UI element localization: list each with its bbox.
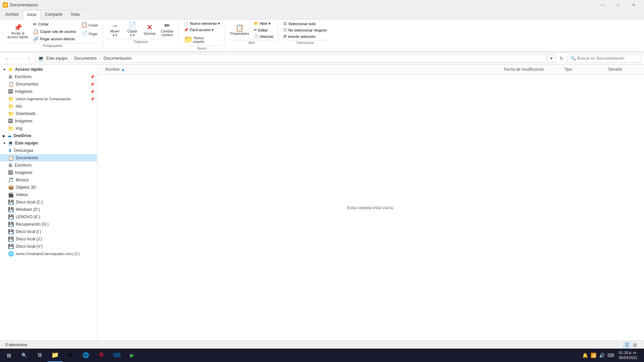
folder-icon: 📁 [8,111,14,116]
onedrive-label: OneDrive [13,133,31,138]
invert-selection-button[interactable]: ⇄ Invertir selección [281,34,329,39]
refresh-button[interactable]: ↻ [557,54,566,63]
taskbar-search-button[interactable]: 🔍 [17,349,32,362]
pin-quick-access-button[interactable]: 📌 Anclar alacceso rápido [5,21,30,42]
col-header-tamano[interactable]: Tamaño [605,66,639,73]
sidebar-item-disco-v[interactable]: 💾 Disco local (V:) [0,243,97,250]
sidebar-item-descargas[interactable]: ⬇ Descargas [0,147,97,154]
copy-path-button[interactable]: 📋 Copiar ruta de acceso [31,28,78,35]
col-header-nombre[interactable]: Nombre ▲ [103,66,501,73]
path-segment-equipo[interactable]: Este equipo [45,55,69,61]
store-taskbar-button[interactable]: 🛍 [63,349,78,362]
delete-button[interactable]: ✕ Eliminar [141,21,158,38]
sidebar-item-windows-d[interactable]: 💾 Windows (D:) [0,206,97,213]
sidebar-item-libros[interactable]: 📁 Libros Ingenieria en Computacion 📌 [0,95,97,103]
search-input[interactable] [577,56,638,61]
tab-compartir[interactable]: Compartir [41,10,67,19]
sidebar-item-imagenes-pinned[interactable]: 🖼 Imágenes 📌 [0,88,97,95]
tray-icon-1[interactable]: 🔔 [582,352,589,359]
forward-button[interactable]: → [13,54,23,63]
start-button[interactable]: ⊞ [1,349,16,362]
tray-icon-2[interactable]: 📶 [590,352,597,359]
move-button[interactable]: → Movera ▾ [106,21,123,38]
edit-button[interactable]: ✏ Editar [252,27,275,33]
address-bar: ← → ↑ 💻 Este equipo › Documentos › Docum… [0,52,644,64]
col-header-fecha[interactable]: Fecha de modificación [501,66,561,73]
new-element-button[interactable]: 📄 Nuevo elemento ▾ [182,21,222,26]
rename-button[interactable]: ✏ Cambiarnombre [159,21,175,38]
sidebar-item-imagenes-eq[interactable]: 🖼 Imágenes [0,169,97,176]
sidebar-item-home-z[interactable]: 🌐 home (\\vsleaks3.servequake.com) (Z:) [0,250,97,257]
ribbon-content: 📌 Anclar alacceso rápido ✂ Cortar 📋 Copi… [0,19,644,52]
address-path[interactable]: 💻 Este equipo › Documentos › Documentaci… [35,54,546,63]
sidebar-item-disco-i[interactable]: 💾 Disco local (I:) [0,228,97,235]
opera-taskbar-button[interactable]: O [94,349,109,362]
sidebar-item-escritorio-pinned[interactable]: 🖥 Escritorio 📌 [0,73,97,80]
search-box[interactable]: 🔍 [568,54,641,63]
path-segment-documentacion[interactable]: Documentacion [102,55,133,61]
up-button[interactable]: ↑ [24,54,34,63]
select-all-button[interactable]: ☑ Seleccionar todo [281,21,329,26]
ribbon-group-abrir: 📋 Propiedades 📂 Abrir ▾ ✏ Editar 🕐 Histo… [226,21,278,45]
sidebar-item-musica[interactable]: 🎵 Música [0,176,97,184]
sort-indicator: ▲ [121,67,125,72]
tab-archivo[interactable]: Archivo [1,10,23,19]
copy-to-button[interactable]: 📄 Copiara ▾ [124,21,141,38]
address-dropdown-button[interactable]: ▼ [547,54,555,63]
sidebar-section-onedrive[interactable]: ▶ ☁ OneDrive [0,132,97,139]
open-button[interactable]: 📂 Abrir ▾ [252,21,275,26]
properties-button[interactable]: 📋 Propiedades [228,21,251,39]
paste-button[interactable]: 📄 Pegar [79,29,100,38]
sidebar-item-img[interactable]: 📁 img [0,125,97,132]
sidebar-item-documentos-eq[interactable]: 📋 Documentos [0,154,97,162]
sidebar-item-lenovo-e[interactable]: 💾 LENOVO (E:) [0,213,97,221]
documentos-eq-icon: 📋 [8,155,14,161]
ribbon-group-portapapeles: 📌 Anclar alacceso rápido ✂ Cortar 📋 Copi… [3,21,103,48]
edge-taskbar-button[interactable]: 🌐 [78,349,93,362]
sidebar-item-documentos-pinned[interactable]: 📋 Documentos 📌 [0,80,97,88]
file-explorer-taskbar-button[interactable]: 📁 [48,349,62,362]
sidebar-item-recuperacion-g[interactable]: 💾 Recuperación (G:) [0,221,97,228]
sidebar-item-videos[interactable]: 🎬 Videos [0,191,97,198]
videos-icon: 🎬 [8,192,14,197]
chevron-right-icon: ▶ [3,134,5,138]
cut-button[interactable]: ✂ Cortar [31,21,78,27]
onedrive-icon: ☁ [7,133,11,138]
vscode-taskbar-button[interactable]: ⌨ [109,349,124,362]
tab-inicio[interactable]: Inicio [23,10,41,19]
task-view-button[interactable]: ⧉ [32,349,47,362]
easy-access-button[interactable]: 📌 Fácil acceso ▾ [182,27,215,33]
sidebar-section-este-equipo[interactable]: ▼ 💻 Este equipo [0,139,97,147]
sidebar-item-escritorio-eq[interactable]: 🖥 Escritorio [0,162,97,169]
tab-vista[interactable]: Vista [67,10,84,19]
col-header-tipo[interactable]: Tipo [561,66,605,73]
sidebar-item-imagenes2[interactable]: 🖼 Imágenes [0,117,97,125]
sidebar-item-doc[interactable]: 📁 doc [0,103,97,110]
paste-shortcut-button[interactable]: 🔗 Pegar acceso directo [31,36,78,42]
tray-icon-3[interactable]: 🔊 [598,352,605,359]
tray-icon-4[interactable]: ⌨ [607,352,615,359]
sidebar-item-label: Descargas [14,148,33,153]
sidebar-item-disco-j[interactable]: 💾 Disco local (J:) [0,235,97,243]
select-none-button[interactable]: ☐ No seleccionar ninguno [281,27,329,33]
acceso-rapido-label: Acceso rápido [15,67,43,72]
disco-v-icon: 💾 [8,244,14,249]
history-button[interactable]: 🕐 Historial [252,34,275,39]
col-nombre-label: Nombre [105,67,120,72]
vscode-taskbar-icon: ⌨ [113,352,121,358]
detail-view-button[interactable]: ⊞ [631,342,639,348]
list-view-button[interactable]: ☰ [623,342,631,348]
copy-button[interactable]: 📋 Copiar [79,21,100,29]
sidebar-section-acceso-rapido[interactable]: ▼ ⭐ Acceso rápido [0,66,97,73]
close-button[interactable]: ✕ [626,0,641,10]
path-segment-documentos[interactable]: Documentos [73,55,98,61]
app6-taskbar-button[interactable]: ▶ [125,349,140,362]
new-folder-button[interactable]: 📁 Nuevacarpeta [182,34,206,45]
sidebar-item-objetos3d[interactable]: 📦 Objetos 3D [0,184,97,191]
maximize-button[interactable]: □ [610,0,626,10]
minimize-button[interactable]: — [595,0,610,10]
back-button[interactable]: ← [3,54,12,63]
sidebar-item-disco-c[interactable]: 💾 Disco local (C:) [0,198,97,206]
sidebar-item-downloads[interactable]: 📁 Downloads [0,110,97,117]
taskbar-clock[interactable]: 01:18 p. m. 05/03/2021 [616,350,640,361]
